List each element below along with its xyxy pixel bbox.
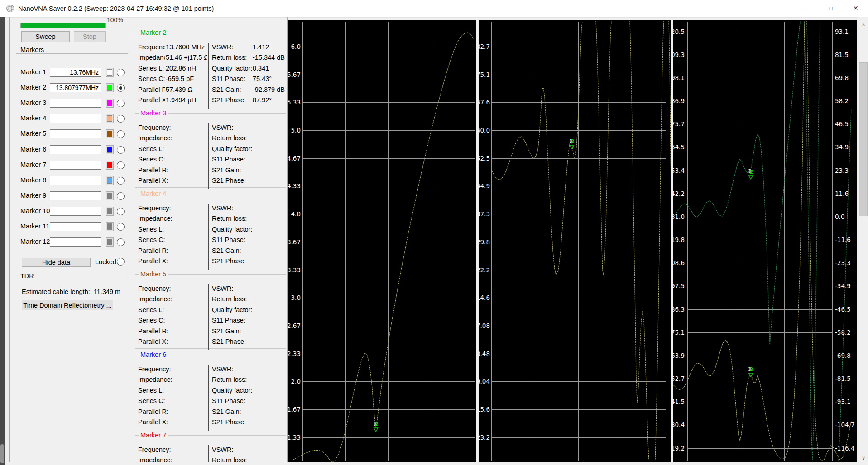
detail-field-value [253, 396, 285, 405]
marker-color-swatch[interactable] [106, 83, 114, 92]
marker-2-label: 2 [374, 421, 378, 427]
marker-frequency-input[interactable] [50, 114, 101, 123]
detail-field-label: S21 Gain: [212, 85, 252, 94]
scrollbar-thumb[interactable] [859, 62, 868, 216]
chart-background [673, 20, 857, 462]
marker-color-swatch[interactable] [106, 191, 114, 200]
marker-color-swatch[interactable] [106, 68, 114, 77]
detail-field-value [253, 166, 285, 175]
detail-field-label: Return loss: [212, 375, 252, 384]
axis-tick-label: 6.0 [291, 43, 301, 50]
detail-field-value [253, 284, 285, 293]
axis-tick-label: 5.33 [288, 99, 301, 106]
axis-tick-label: -104.7 [835, 421, 855, 428]
marker-color-swatch[interactable] [106, 161, 114, 170]
detail-field-value [166, 294, 207, 304]
axis-tick-label: 220.5 [673, 28, 685, 35]
chart-s11-phase[interactable]: 82.775.167.660.052.544.937.329.822.214.6… [479, 20, 671, 462]
chart-vswr[interactable]: 6.05.675.335.04.674.334.03.673.333.02.67… [288, 20, 476, 462]
detail-field-label: S21 Phase: [212, 95, 252, 104]
detail-field-label: VSWR: [212, 123, 252, 132]
marker-color-swatch[interactable] [106, 222, 114, 231]
marker-row-label: Marker 1 [20, 68, 46, 76]
marker-select-radio[interactable] [117, 177, 125, 185]
marker-detail-title: Marker 7 [139, 432, 168, 439]
detail-field-value [166, 155, 207, 164]
marker-color-value [107, 177, 112, 184]
marker-select-radio[interactable] [117, 223, 125, 231]
marker-select-radio[interactable] [117, 84, 125, 92]
marker-color-value [107, 239, 112, 245]
marker-frequency-input[interactable] [50, 145, 101, 154]
marker-row-label: Marker 2 [20, 84, 46, 91]
marker-color-value [107, 69, 112, 76]
sweep-progress-bar [20, 23, 106, 28]
detail-field-value: 57.439 Ω [166, 85, 207, 94]
marker-detail-title: Marker 4 [139, 190, 168, 197]
detail-field-value: 51.46 +j17.5 Ω [166, 53, 207, 62]
stop-button[interactable]: Stop [74, 31, 106, 42]
marker-detail-title: Marker 6 [139, 351, 168, 358]
charts-scrollbar[interactable]: ∧ ∨ [858, 17, 868, 465]
marker-select-radio[interactable] [117, 238, 125, 246]
marker-frequency-input[interactable] [50, 68, 101, 77]
marker-color-swatch[interactable] [106, 207, 114, 216]
marker-frequency-input[interactable] [50, 191, 101, 200]
hide-data-button[interactable]: Hide data [22, 258, 91, 267]
marker-color-swatch[interactable] [106, 129, 114, 138]
marker-frequency-input[interactable] [50, 161, 101, 170]
axis-tick-label: 198.1 [673, 74, 685, 81]
marker-frequency-input[interactable] [50, 222, 101, 231]
marker-color-swatch[interactable] [106, 114, 114, 123]
marker-color-swatch[interactable] [106, 176, 114, 185]
sweep-button[interactable]: Sweep [21, 31, 70, 42]
left-scrollbar-thumb[interactable] [0, 444, 4, 463]
left-panel-scrollbar[interactable] [0, 17, 5, 465]
detail-field-value [166, 305, 207, 314]
axis-tick-label: 86.3 [673, 306, 685, 313]
marker-frequency-input[interactable] [50, 129, 101, 138]
marker-select-radio[interactable] [117, 161, 125, 169]
marker-detail-title: Marker 3 [139, 110, 168, 117]
close-button[interactable]: ✕ [843, 0, 868, 17]
axis-tick-label: 14.6 [479, 294, 490, 301]
marker-frequency-input[interactable] [50, 237, 101, 247]
marker-select-radio[interactable] [117, 208, 125, 215]
detail-field-value [166, 176, 207, 185]
marker-select-radio[interactable] [117, 146, 125, 154]
locked-radio[interactable] [117, 258, 125, 266]
marker-row-label: Marker 11 [20, 223, 49, 230]
detail-field-value [253, 225, 285, 234]
detail-field-value: 202.86 nH [166, 64, 207, 73]
marker-color-swatch[interactable] [106, 237, 114, 247]
marker-frequency-input[interactable] [50, 99, 101, 108]
marker-color-value [107, 85, 112, 91]
scroll-down-icon[interactable]: ∨ [858, 453, 868, 462]
detail-field-value [253, 418, 285, 427]
panel-border-left [9, 17, 10, 462]
marker-color-value [107, 147, 112, 153]
detail-field-label: Quality factor: [212, 144, 252, 153]
marker-frequency-input[interactable] [50, 83, 101, 92]
axis-tick-label: -58.2 [835, 329, 851, 336]
axis-tick-label: 44.9 [479, 182, 490, 190]
marker-detail-title: Marker 5 [139, 271, 168, 278]
minimize-button[interactable]: – [793, 0, 818, 17]
marker-frequency-input[interactable] [50, 207, 101, 216]
marker-color-swatch[interactable] [106, 99, 114, 108]
app-icon [6, 4, 14, 14]
scroll-up-icon[interactable]: ∧ [858, 20, 868, 29]
marker-frequency-input[interactable] [50, 176, 101, 185]
axis-tick-label: -11.6 [835, 236, 851, 243]
maximize-button[interactable]: □ [818, 0, 843, 17]
marker-select-radio[interactable] [117, 69, 125, 76]
tdr-button[interactable]: Time Domain Reflectometry ... [22, 300, 113, 310]
axis-tick-label: 0.0 [835, 213, 844, 220]
axis-tick-label: 67.6 [479, 99, 490, 106]
marker-select-radio[interactable] [117, 192, 125, 200]
detail-field-value [253, 327, 285, 336]
axis-tick-label: 46.5 [835, 120, 849, 128]
marker-color-swatch[interactable] [106, 145, 114, 154]
detail-field-value [166, 204, 207, 213]
chart-dual[interactable]: 220.5209.3198.1186.9175.7164.5153.4142.2… [673, 20, 857, 462]
